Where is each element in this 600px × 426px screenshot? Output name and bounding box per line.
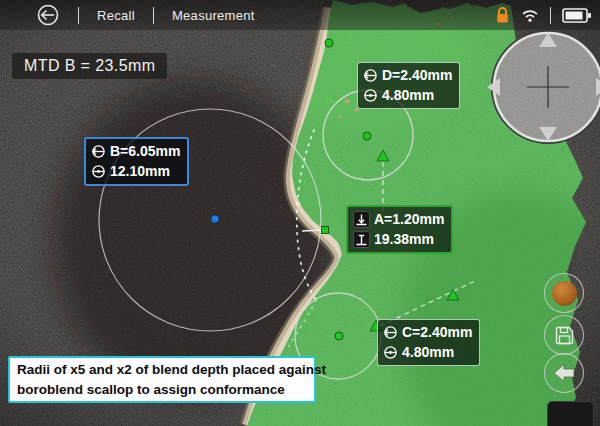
circle-diameter-icon <box>91 164 106 179</box>
measurement-label-c[interactable]: C=2.40mm 4.80mm <box>377 319 480 366</box>
cursor-dot-c[interactable] <box>335 332 343 340</box>
mtd-readout: MTD B = 23.5mm <box>12 53 167 79</box>
lock-icon <box>495 6 510 24</box>
top-bar: Recall Measurement <box>0 0 600 30</box>
measurement-value: A=1.20mm <box>374 210 444 229</box>
measurement-value: 12.10mm <box>110 162 170 181</box>
circle-radius-icon <box>383 325 398 340</box>
measurement-label-d[interactable]: D=2.40mm 4.80mm <box>357 62 460 109</box>
wifi-icon <box>521 7 539 23</box>
divider <box>550 7 551 24</box>
depth-arrow-icon <box>353 211 370 228</box>
measurement-value: C=2.40mm <box>402 323 472 342</box>
borescope-measurement-screen: Recall Measurement MTD B = 23.5mm <box>0 0 600 426</box>
back-navigation-button[interactable] <box>544 353 584 393</box>
circle-diameter-icon <box>363 88 378 103</box>
cursor-dot-b[interactable] <box>211 215 219 223</box>
measurement-label-b[interactable]: B=6.05mm 12.10mm <box>84 137 189 186</box>
measurement-label-a[interactable]: A=1.20mm 19.38mm <box>346 205 453 254</box>
circle-radius-icon <box>363 68 378 83</box>
depth-measure-line <box>302 230 323 231</box>
back-circle-arrow-icon[interactable] <box>36 3 60 27</box>
annotation-line: Radii of x5 and x2 of blend depth placed… <box>17 360 307 380</box>
measurement-value: 4.80mm <box>402 343 454 362</box>
cursor-dot-edge[interactable] <box>325 39 333 47</box>
pan-right-arrow[interactable] <box>596 78 600 96</box>
circle-radius-icon <box>91 144 106 159</box>
measurement-value: 19.38mm <box>374 230 434 249</box>
annotation-note: Radii of x5 and x2 of blend depth placed… <box>8 356 316 403</box>
measurement-button[interactable]: Measurement <box>172 8 255 23</box>
annotation-line: boroblend scallop to assign conformance <box>17 380 307 400</box>
save-button[interactable] <box>544 315 584 355</box>
depth-perpendicular-icon <box>353 231 370 248</box>
cursor-square-a[interactable] <box>322 227 329 234</box>
divider <box>78 7 79 24</box>
measurement-value: B=6.05mm <box>110 142 180 161</box>
recall-button[interactable]: Recall <box>97 8 135 23</box>
divider <box>153 7 154 24</box>
battery-icon <box>562 7 592 24</box>
circle-diameter-icon <box>383 345 398 360</box>
thumbnail-tile-button[interactable] <box>547 401 594 426</box>
floppy-save-icon <box>554 325 575 346</box>
measurement-value: 4.80mm <box>382 86 434 105</box>
cursor-dot-d[interactable] <box>363 132 371 140</box>
measurement-value: D=2.40mm <box>382 66 452 85</box>
back-arrow-icon <box>552 363 576 383</box>
record-dot-icon <box>552 281 577 306</box>
record-indicator-button[interactable] <box>544 273 584 313</box>
